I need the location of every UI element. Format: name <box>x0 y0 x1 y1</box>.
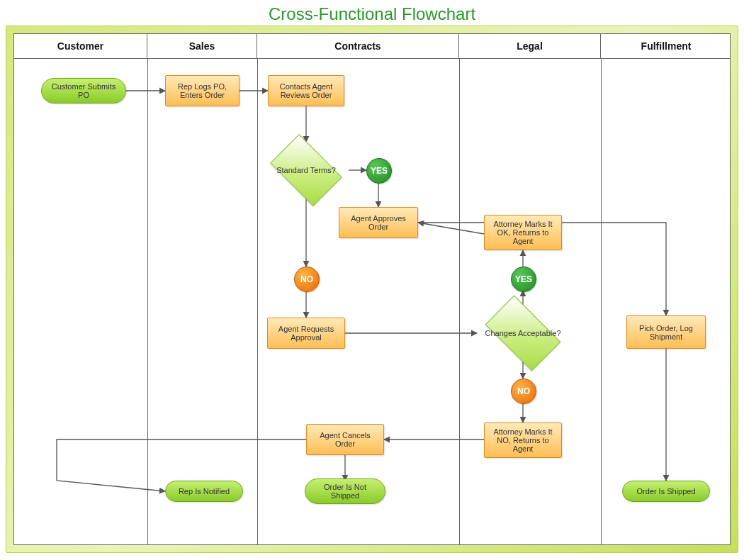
outer-frame: Customer Sales Contracts Legal Fulfillme… <box>6 26 738 553</box>
lane-header-customer: Customer <box>14 34 147 58</box>
lane-divider <box>257 58 258 544</box>
process-agent-requests: Agent Requests Approval <box>267 318 345 349</box>
lane-header-sales: Sales <box>147 34 257 58</box>
decision-changes-acceptable: Changes Acceptable? <box>477 305 569 362</box>
terminator-rep-notified: Rep Is Notified <box>165 481 243 502</box>
connector-yes-1: YES <box>366 158 392 184</box>
process-pick-order: Pick Order, Log Shipment <box>626 315 706 349</box>
lane-divider <box>147 58 148 544</box>
swimlane-canvas: Customer Sales Contracts Legal Fulfillme… <box>13 33 731 545</box>
process-rep-logs: Rep Logs PO, Enters Order <box>165 75 239 106</box>
process-attorney-ok: Attorney Marks It OK, Returns to Agent <box>484 215 562 250</box>
decision-label: Standard Terms? <box>276 166 336 174</box>
decision-standard-terms: Standard Terms? <box>264 142 349 198</box>
process-agent-approves: Agent Approves Order <box>339 207 418 238</box>
lane-header-legal: Legal <box>459 34 601 58</box>
process-agent-cancels: Agent Cancels Order <box>306 424 384 455</box>
process-contacts-agent: Contacts Agent Reviews Order <box>268 75 344 106</box>
connector-layer <box>14 34 731 546</box>
decision-label: Changes Acceptable? <box>485 329 560 337</box>
connector-no-1: NO <box>294 267 320 292</box>
process-attorney-no: Attorney Marks It NO, Returns to Agent <box>484 422 562 458</box>
svg-line-10 <box>418 223 484 234</box>
connector-yes-2: YES <box>511 267 536 292</box>
lane-header-row: Customer Sales Contracts Legal Fulfillme… <box>14 34 730 59</box>
lane-header-contracts: Contracts <box>257 34 459 58</box>
lane-header-fulfillment: Fulfillment <box>601 34 731 58</box>
terminator-customer-submits: Customer Submits PO <box>41 78 126 103</box>
terminator-shipped: Order Is Shipped <box>622 481 710 502</box>
lane-divider <box>601 58 602 544</box>
lane-divider <box>459 58 460 544</box>
terminator-not-shipped: Order Is Not Shipped <box>305 478 385 504</box>
diagram-title: Cross-Functional Flowchart <box>0 4 744 24</box>
connector-no-2: NO <box>511 379 536 404</box>
